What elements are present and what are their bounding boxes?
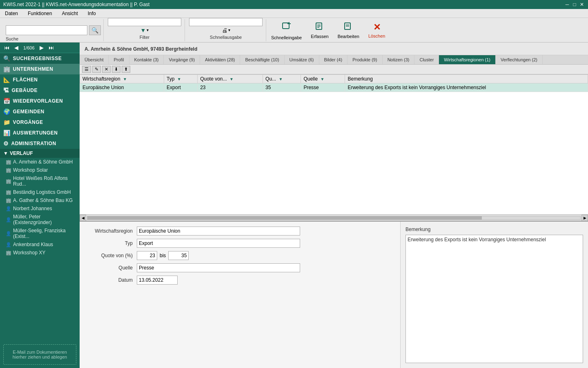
tab-cluster[interactable]: Cluster — [414, 55, 439, 64]
tab-uebersicht[interactable]: Übersicht — [80, 55, 109, 64]
schnelleingabe-button[interactable]: Schnelleingabe — [267, 19, 306, 41]
tab-beschaeftigte[interactable]: Beschäftigte (10) — [240, 55, 284, 64]
tab-wirtschaftsregionen[interactable]: Wirtschaftsregionen (1) — [439, 55, 496, 64]
verlauf-item-icon-5: 👤 — [6, 206, 11, 211]
quote-bis-label: bis — [160, 253, 166, 258]
wirtschaftsregion-field[interactable] — [137, 227, 300, 236]
tab-kontakte[interactable]: Kontakte (3) — [129, 55, 164, 64]
detail-form: Wirtschaftsregion Typ Quote von (%) bis — [80, 222, 400, 368]
verlauf-item-0[interactable]: 🏢 A. Amrhein & Söhne GmbH — [0, 158, 80, 166]
table-btn-0[interactable]: ☰ — [82, 66, 91, 73]
nav-last-button[interactable]: ⏭ — [47, 44, 56, 51]
verlauf-item-7[interactable]: 👤 Müller-Seelig, Franziska (Exist... — [0, 227, 80, 240]
col-qu[interactable]: Qu... ▼ — [263, 75, 301, 83]
tab-produkte[interactable]: Produkte (9) — [347, 55, 383, 64]
verlauf-label: VERLAUF — [10, 150, 33, 156]
col-filter-quote-von[interactable]: ▼ — [229, 77, 234, 81]
sidebar-item-gebaeude[interactable]: 🏗 GEBÄUDE — [0, 85, 80, 96]
table-btn-3[interactable]: ⬇ — [112, 66, 120, 73]
datum-field[interactable] — [137, 276, 178, 285]
horizontal-scrollbar[interactable]: ◀ ▶ — [80, 214, 588, 221]
schnelleingabe-label: Schnelleingabe — [271, 35, 302, 40]
tab-profil[interactable]: Profil — [109, 55, 129, 64]
verlauf-item-icon-4: 🏢 — [6, 198, 11, 203]
col-wirtschaftsregion[interactable]: Wirtschaftsregion ▼ — [80, 75, 164, 83]
form-row-typ: Typ — [88, 239, 392, 248]
wirtschaftsregionen-table: Wirtschaftsregion ▼ Typ ▼ Quote von... ▼ — [80, 74, 588, 92]
sidebar-item-suchergebnisse[interactable]: 🔍 SUCHERGEBNISSE — [0, 53, 80, 64]
verlauf-item-label-8: Ankenbrand Klaus — [13, 242, 53, 247]
menu-info[interactable]: Info — [85, 10, 99, 17]
nav-first-button[interactable]: ⏮ — [2, 44, 11, 51]
verlauf-item-label-5: Norbert Johannes — [13, 206, 52, 211]
col-filter-quelle[interactable]: ▼ — [320, 77, 324, 81]
filter-dropdown-icon[interactable]: ▾ — [147, 28, 149, 32]
sidebar-item-unternehmen[interactable]: 🏢 UNTERNEHMEN — [0, 64, 80, 74]
verlauf-item-1[interactable]: 🏢 Workshop Solar — [0, 166, 80, 174]
verlauf-collapse-icon: ▼ — [3, 150, 8, 156]
filter-label: Filter — [140, 35, 149, 40]
col-quote-von[interactable]: Quote von... ▼ — [198, 75, 263, 83]
menu-ansicht[interactable]: Ansicht — [58, 10, 81, 17]
typ-field[interactable] — [137, 239, 300, 248]
table-btn-2[interactable]: ✕ — [102, 66, 111, 73]
tab-aktivitaeten[interactable]: Aktivitäten (28) — [200, 55, 240, 64]
sidebar-item-administration[interactable]: ⚙ ADMINISTRATION — [0, 138, 80, 149]
data-table: Wirtschaftsregion ▼ Typ ▼ Quote von... ▼ — [80, 74, 588, 214]
close-button[interactable]: ✕ — [579, 2, 585, 7]
verlauf-item-5[interactable]: 👤 Norbert Johannes — [0, 204, 80, 213]
loeschen-button[interactable]: ✕ Löschen — [364, 19, 390, 41]
sidebar-item-wiedervorlagen[interactable]: 📅 WIEDERVORLAGEN — [0, 96, 80, 106]
verlauf-item-label-7: Müller-Seelig, Franziska (Exist... — [13, 228, 76, 239]
table-row[interactable]: Europäische Union Export 23 35 Presse Er… — [80, 83, 588, 92]
bearbeiten-button[interactable]: Bearbeiten — [334, 19, 363, 41]
sidebar-label-unternehmen: UNTERNEHMEN — [13, 66, 53, 72]
search-button[interactable]: 🔍 — [89, 25, 101, 35]
tab-umsaetze[interactable]: Umsätze (6) — [285, 55, 319, 64]
bottom-detail-area: Wirtschaftsregion Typ Quote von (%) bis — [80, 221, 588, 368]
tab-notizen[interactable]: Notizen (3) — [383, 55, 415, 64]
print-icon: 🖨 — [222, 27, 227, 34]
minimize-button[interactable]: ─ — [564, 2, 570, 7]
col-filter-typ[interactable]: ▼ — [177, 77, 181, 81]
col-filter-wirtschaftsregion[interactable]: ▼ — [123, 77, 127, 81]
verlauf-item-9[interactable]: 🏢 Worksshop XY — [0, 249, 80, 257]
nav-counter: 1/606 — [23, 45, 35, 50]
table-btn-4[interactable]: ⬆ — [122, 66, 130, 73]
sidebar-item-auswertungen[interactable]: 📊 AUSWERTUNGEN — [0, 128, 80, 138]
nav-prev-button[interactable]: ◀ — [13, 44, 20, 51]
quelle-field[interactable] — [137, 263, 300, 272]
verlauf-item-8[interactable]: 👤 Ankenbrand Klaus — [0, 240, 80, 249]
scroll-left-button[interactable]: ◀ — [80, 215, 86, 221]
nav-next-button[interactable]: ▶ — [38, 44, 45, 51]
erfassen-button[interactable]: Erfassen — [307, 19, 332, 41]
col-typ[interactable]: Typ ▼ — [164, 75, 198, 83]
verlauf-item-3[interactable]: 🏢 Beständig Logistics GmbH — [0, 188, 80, 196]
col-quelle[interactable]: Quelle ▼ — [301, 75, 345, 83]
schnellausgabe-input[interactable] — [189, 18, 263, 26]
sidebar-item-vorgaenge[interactable]: 📁 VORGÄNGE — [0, 117, 80, 128]
verlauf-item-2[interactable]: 🏢 Hotel Weißes Roß Alfons Rud... — [0, 174, 80, 188]
verlauf-header[interactable]: ▼ VERLAUF — [0, 149, 80, 158]
tab-bilder[interactable]: Bilder (4) — [319, 55, 348, 64]
verlauf-item-6[interactable]: 👤 Müller, Peter (Existenzgründer) — [0, 213, 80, 227]
tab-verflechtungen[interactable]: Verflechtungen (2) — [496, 55, 543, 64]
sidebar-item-flaechen[interactable]: 📐 FLÄCHEN — [0, 74, 80, 85]
quote-von-field[interactable] — [137, 251, 157, 260]
table-btn-1[interactable]: ✎ — [92, 66, 101, 73]
bemerkung-textarea[interactable]: Erweiterung des Exports ist kein Vorrang… — [405, 235, 583, 363]
col-filter-qu[interactable]: ▼ — [278, 77, 283, 81]
menu-daten[interactable]: Daten — [2, 10, 21, 17]
quote-bis-field[interactable] — [168, 251, 189, 260]
search-input[interactable] — [6, 25, 87, 35]
scroll-right-button[interactable]: ▶ — [581, 215, 588, 221]
maximize-button[interactable]: □ — [572, 2, 577, 7]
menu-funktionen[interactable]: Funktionen — [24, 10, 55, 17]
sidebar-item-gemeinden[interactable]: 🌍 GEMEINDEN — [0, 106, 80, 117]
verlauf-item-4[interactable]: 🏢 A. Gather & Söhne Bau KG — [0, 196, 80, 204]
wirtschaftsregion-label: Wirtschaftsregion — [88, 228, 137, 234]
filter-input[interactable] — [108, 18, 181, 26]
scroll-track[interactable] — [87, 216, 581, 220]
print-dropdown-icon[interactable]: ▾ — [228, 28, 230, 32]
tab-vorgaenge[interactable]: Vorgänge (9) — [164, 55, 200, 64]
